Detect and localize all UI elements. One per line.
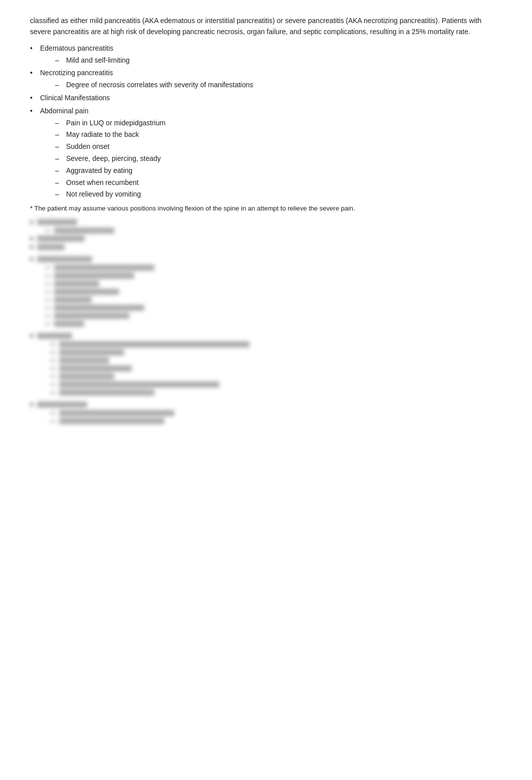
abdominal-label: Abdominal pain [40,107,89,115]
abdominal-sub-list: Pain in LUQ or midepidgastrium May radia… [55,117,502,201]
necrotizing-sub-list: Degree of necrosis correlates with sever… [55,79,502,91]
list-item-abdominal: Abdominal pain Pain in LUQ or midepidgas… [30,105,502,201]
list-item-clinical: Clinical Manifestations [30,92,502,104]
severe-label: Severe, deep, piercing, steady [66,154,161,162]
intro-paragraph: classified as either mild pancreatitis (… [30,15,502,38]
list-item-not-relieved: Not relieved by vomiting [55,188,502,201]
aggravated-label: Aggravated by eating [66,166,132,174]
not-relieved-label: Not relieved by vomiting [66,190,141,198]
edematous-label: Edematous pancreatitis [40,44,113,52]
main-list: Edematous pancreatitis Mild and self-lim… [30,43,502,201]
luq-label: Pain in LUQ or midepidgastrium [66,119,165,127]
list-item-edematous: Edematous pancreatitis Mild and self-lim… [30,43,502,67]
edematous-sub-list: Mild and self-limiting [55,55,502,67]
necrotizing-label: Necrotizing pancreatitis [40,69,113,77]
list-item-degree: Degree of necrosis correlates with sever… [55,79,502,91]
list-item-mild: Mild and self-limiting [55,55,502,67]
onset-recumbent-label: Onset when recumbent [66,178,139,186]
list-item-onset-recumbent: Onset when recumbent [55,177,502,189]
degree-label: Degree of necrosis correlates with sever… [66,81,253,89]
list-item-severe: Severe, deep, piercing, steady [55,153,502,165]
sudden-label: Sudden onset [66,142,109,150]
list-item-aggravated: Aggravated by eating [55,165,502,177]
list-item-sudden: Sudden onset [55,141,502,153]
list-item-luq: Pain in LUQ or midepidgastrium [55,117,502,129]
mild-label: Mild and self-limiting [66,56,130,64]
note-paragraph: * The patient may assume various positio… [30,204,502,214]
list-item-radiate: May radiate to the back [55,129,502,141]
blurred-content [30,219,502,424]
clinical-label: Clinical Manifestations [40,94,110,102]
radiate-label: May radiate to the back [66,130,139,138]
list-item-necrotizing: Necrotizing pancreatitis Degree of necro… [30,67,502,91]
